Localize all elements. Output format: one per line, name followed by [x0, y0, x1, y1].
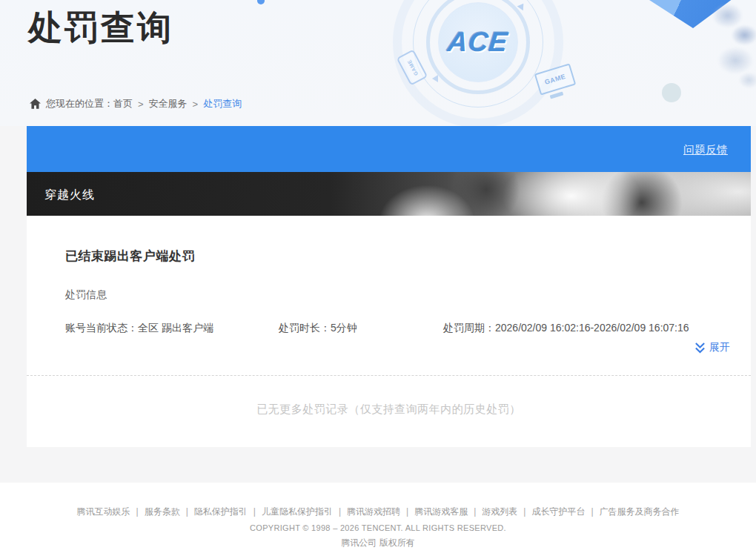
- decor-circle: [662, 83, 681, 102]
- breadcrumb-security-service[interactable]: 安全服务: [149, 97, 188, 110]
- footer-separator: |: [406, 506, 408, 517]
- footer-separator: |: [339, 506, 341, 517]
- page-title: 处罚查询: [28, 9, 173, 47]
- footer-links: 腾讯互动娱乐|服务条款|隐私保护指引|儿童隐私保护指引|腾讯游戏招聘|腾讯游戏客…: [0, 506, 756, 517]
- no-more-records-message: 已无更多处罚记录（仅支持查询两年内的历史处罚）: [27, 376, 751, 443]
- statue-artwork: [712, 0, 756, 92]
- footer-link-terms[interactable]: 服务条款: [145, 506, 180, 517]
- breadcrumb: 您现在的位置： 首页 > 安全服务 > 处罚查询: [30, 97, 242, 110]
- footer-link-recruit[interactable]: 腾讯游戏招聘: [347, 506, 400, 517]
- game-monitor-label: GAME: [544, 73, 567, 86]
- punishment-duration-label: 处罚时长：: [279, 322, 331, 334]
- footer-link-game-list[interactable]: 游戏列表: [482, 506, 517, 517]
- footer-link-child-privacy[interactable]: 儿童隐私保护指引: [262, 506, 333, 517]
- footer-separator: |: [474, 506, 476, 517]
- footer-separator: |: [253, 506, 256, 517]
- decor-arrow-left: [432, 75, 438, 82]
- game-phone-label: GAME: [406, 59, 419, 76]
- main-container: 问题反馈 穿越火线 已结束踢出客户端处罚 处罚信息 账号当前状态：全区 踢出客户…: [27, 126, 751, 447]
- decor-dot: [257, 0, 265, 4]
- breadcrumb-home[interactable]: 首页: [113, 97, 133, 110]
- footer-link-tencent-games[interactable]: 腾讯互动娱乐: [77, 506, 130, 517]
- breadcrumb-prefix: 您现在的位置：: [46, 97, 113, 110]
- game-banner: 穿越火线: [27, 172, 751, 216]
- footer-separator: |: [591, 506, 593, 517]
- punishment-heading: 已结束踢出客户端处罚: [65, 248, 751, 265]
- breadcrumb-separator: >: [138, 99, 144, 110]
- account-status-label: 账号当前状态：: [65, 322, 138, 334]
- breadcrumb-current[interactable]: 处罚查询: [203, 97, 242, 110]
- account-status-value: 全区 踢出客户端: [138, 322, 213, 334]
- footer-link-ads-business[interactable]: 广告服务及商务合作: [600, 506, 680, 517]
- ace-logo: ACE: [438, 2, 518, 82]
- account-status-field: 账号当前状态：全区 踢出客户端: [65, 321, 279, 335]
- footer-separator: |: [136, 506, 139, 517]
- ace-logo-text: ACE: [446, 27, 510, 58]
- punishment-period-label: 处罚周期：: [443, 322, 495, 334]
- expand-label[interactable]: 展开: [709, 340, 730, 354]
- punishment-period-field: 处罚周期：2026/02/09 16:02:16-2026/02/09 16:0…: [443, 321, 689, 335]
- footer-separator: |: [186, 506, 188, 517]
- punishment-query-page: { "page": { "title": "处罚查询", "logo_text"…: [0, 0, 756, 556]
- breadcrumb-separator: >: [193, 99, 199, 110]
- punishment-info-row: 账号当前状态：全区 踢出客户端 处罚时长：5分钟 处罚周期：2026/02/09…: [65, 321, 751, 335]
- punishment-period-value: 2026/02/09 16:02:16-2026/02/09 16:07:16: [495, 322, 689, 334]
- toolbar-banner: 问题反馈: [27, 126, 751, 172]
- footer-link-privacy[interactable]: 隐私保护指引: [194, 506, 248, 517]
- punishment-card-content: 已结束踢出客户端处罚 处罚信息 账号当前状态：全区 踢出客户端 处罚时长：5分钟…: [27, 216, 751, 335]
- punishment-section-label: 处罚信息: [65, 287, 751, 302]
- expand-button[interactable]: 展开: [694, 340, 730, 354]
- punishment-duration-value: 5分钟: [331, 322, 357, 334]
- punishment-card: 已结束踢出客户端处罚 处罚信息 账号当前状态：全区 踢出客户端 处罚时长：5分钟…: [27, 216, 751, 447]
- footer: 腾讯互动娱乐|服务条款|隐私保护指引|儿童隐私保护指引|腾讯游戏招聘|腾讯游戏客…: [0, 483, 756, 556]
- game-name: 穿越火线: [44, 188, 95, 203]
- punishment-duration-field: 处罚时长：5分钟: [279, 321, 443, 335]
- expand-row: 展开: [27, 340, 751, 357]
- footer-link-customer-service[interactable]: 腾讯游戏客服: [414, 506, 468, 517]
- footer-link-guardian-platform[interactable]: 成长守护平台: [531, 506, 585, 517]
- footer-separator: |: [523, 506, 525, 517]
- footer-copyright: COPYRIGHT © 1998 – 2026 TENCENT. ALL RIG…: [0, 523, 756, 533]
- footer-company: 腾讯公司 版权所有: [0, 537, 756, 549]
- game-monitor-stand: [550, 91, 564, 99]
- feedback-link[interactable]: 问题反馈: [683, 143, 728, 157]
- home-icon: [30, 99, 41, 109]
- chevron-double-down-icon[interactable]: [694, 342, 706, 354]
